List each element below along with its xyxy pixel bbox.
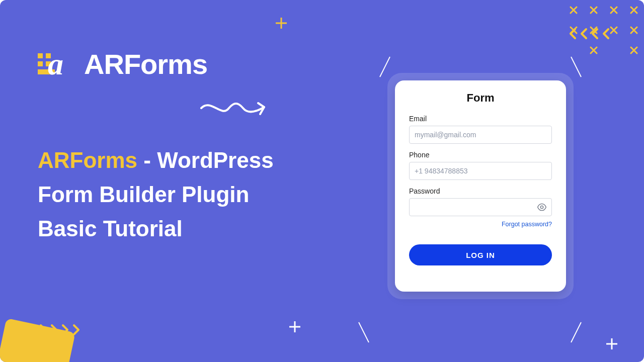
brand-logo-icon: a [38, 49, 73, 79]
svg-point-0 [540, 206, 543, 208]
toggle-password-button[interactable] [536, 201, 548, 213]
arrow-icon [199, 98, 279, 123]
email-group: Email [409, 115, 552, 144]
form-card: Form Email Phone Password Forgot passwor… [395, 80, 566, 292]
phone-group: Phone [409, 151, 552, 180]
brand-logo: a ARForms [38, 48, 207, 80]
thumbnail-canvas: a ARForms ARForms - WordPress Form Build… [0, 0, 644, 362]
chevrons-left-icon [568, 28, 611, 40]
heading-line3: Basic Tutorial [38, 216, 183, 241]
slash-icon [377, 54, 392, 79]
heading-highlight: ARForms [38, 148, 137, 172]
slash-icon [569, 54, 584, 79]
plus-icon [274, 16, 288, 30]
form-container: Form Email Phone Password Forgot passwor… [387, 73, 574, 299]
slash-icon [356, 320, 371, 345]
password-group: Password Forgot password? [409, 187, 552, 228]
email-field[interactable] [409, 126, 552, 144]
eye-icon [537, 202, 547, 212]
phone-label: Phone [409, 151, 552, 159]
phone-field[interactable] [409, 162, 552, 180]
forgot-password-link[interactable]: Forgot password? [502, 221, 552, 228]
password-field[interactable] [409, 198, 552, 216]
brand-name: ARForms [84, 48, 207, 80]
form-title: Form [409, 92, 552, 105]
password-label: Password [409, 187, 552, 195]
heading-line1-rest: WordPress [157, 148, 274, 172]
plus-icon [288, 320, 302, 334]
email-label: Email [409, 115, 552, 123]
heading-dash: - [137, 148, 157, 172]
page-title: ARForms - WordPress Form Builder Plugin … [38, 143, 309, 246]
slash-icon [569, 320, 584, 345]
heading-line2: Form Builder Plugin [38, 182, 249, 207]
login-button[interactable]: LOG IN [409, 244, 552, 265]
plus-icon [605, 337, 619, 351]
